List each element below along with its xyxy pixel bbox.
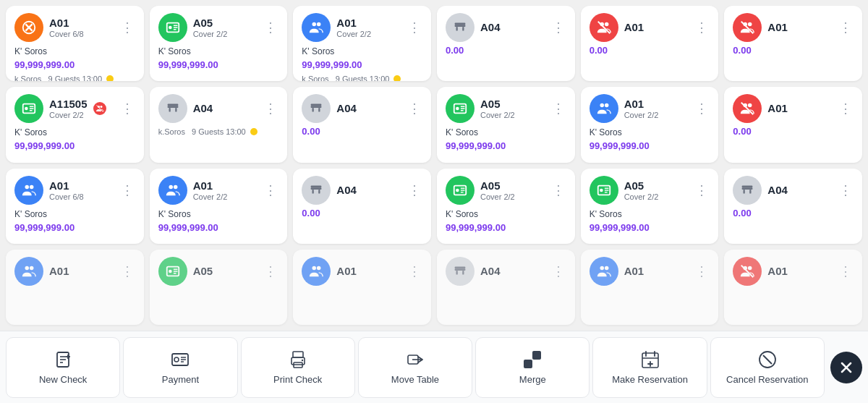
table-card[interactable]: A05 Cover 2/2 ⋮ K' Soros 99,999,999.00 (581, 169, 719, 244)
payment-label: Payment (162, 374, 199, 385)
table-card[interactable]: A04 ⋮ k.Soros 9 Guests 13:00 (150, 87, 288, 162)
more-options-button[interactable]: ⋮ (263, 20, 278, 35)
more-options-button[interactable]: ⋮ (263, 182, 278, 198)
print-check-label: Print Check (273, 374, 322, 385)
more-options-button[interactable]: ⋮ (838, 263, 854, 279)
card-header: A05 ⋮ (158, 257, 279, 286)
table-name: A04 (336, 102, 357, 115)
table-info: A01 (767, 265, 788, 278)
more-options-button[interactable]: ⋮ (263, 101, 278, 116)
more-options-button[interactable]: ⋮ (838, 101, 854, 116)
card-header: A05 Cover 2/2 ⋮ (446, 94, 566, 123)
table-card[interactable]: A05 Cover 2/2 ⋮ K' Soros 99,999,999.00 (437, 87, 575, 162)
table-card[interactable]: A05 Cover 2/2 ⋮ K' Soros 99,999,999.00 (437, 169, 575, 244)
table-name: A01 (49, 179, 84, 192)
table-grid: A01 Cover 6/8 ⋮ K' Soros 99,999,999.00 k… (0, 0, 868, 331)
new-check-label: New Check (39, 374, 87, 385)
print-check-button[interactable]: Print Check (241, 337, 355, 398)
table-icon (14, 176, 43, 205)
move-table-label: Move Table (391, 374, 439, 385)
more-options-button[interactable]: ⋮ (119, 20, 135, 35)
table-icon (733, 94, 762, 123)
more-options-button[interactable]: ⋮ (550, 263, 566, 279)
table-icon (590, 94, 618, 123)
more-options-button[interactable]: ⋮ (838, 20, 854, 35)
more-options-button[interactable]: ⋮ (694, 20, 710, 35)
table-card[interactable]: A05 Cover 2/2 ⋮ K' Soros 99,999,999.00 (150, 6, 288, 81)
card-header: A01 ⋮ (14, 257, 135, 286)
table-icon (302, 94, 331, 123)
table-card[interactable]: A01 Cover 6/8 ⋮ K' Soros 99,999,999.00 (6, 169, 144, 244)
table-card[interactable]: A04 ⋮ 0.00 (724, 169, 862, 244)
table-card[interactable]: A04 ⋮ 0.00 (437, 6, 575, 81)
table-info: A04 (193, 102, 213, 115)
amount: 0.00 (446, 45, 566, 56)
move-table-button[interactable]: Move Table (358, 337, 472, 398)
cancel-reservation-button[interactable]: Cancel Reservation (710, 337, 825, 398)
table-info: A04 (767, 184, 788, 197)
more-options-button[interactable]: ⋮ (119, 101, 135, 116)
more-options-button[interactable]: ⋮ (550, 182, 566, 198)
more-options-button[interactable]: ⋮ (550, 20, 566, 35)
more-options-button[interactable]: ⋮ (407, 263, 422, 279)
card-header-left: A05 Cover 2/2 (446, 94, 515, 123)
merge-button[interactable]: Merge (475, 337, 590, 398)
table-name: A05 (193, 17, 228, 30)
table-card[interactable]: A01 Cover 6/8 ⋮ K' Soros 99,999,999.00 k… (6, 6, 144, 81)
table-card[interactable]: A04 ⋮ 0.00 (293, 87, 431, 162)
table-card[interactable]: A05 ⋮ (150, 250, 288, 325)
more-options-button[interactable]: ⋮ (407, 20, 422, 35)
card-header: A04 ⋮ (158, 94, 279, 123)
table-icon (302, 176, 331, 205)
more-options-button[interactable]: ⋮ (694, 263, 710, 279)
amount: 99,999,999.00 (302, 59, 422, 70)
card-header-left: A04 (733, 176, 788, 205)
more-options-button[interactable]: ⋮ (694, 182, 710, 198)
table-info: A04 (480, 265, 501, 278)
table-card[interactable]: A01 ⋮ (293, 250, 431, 325)
table-card[interactable]: A01 ⋮ (6, 250, 144, 325)
table-name: A05 (624, 179, 659, 192)
status-dot (250, 128, 258, 135)
close-button[interactable] (830, 352, 862, 383)
table-cover: Cover 2/2 (193, 192, 228, 201)
card-header: A11505 Cover 2/2 ⋮ (14, 94, 135, 123)
table-info: A05 (193, 265, 213, 278)
table-card[interactable]: A11505 Cover 2/2 ⋮ K' Soros 99,999,999.0… (6, 87, 144, 162)
table-card[interactable]: A01 ⋮ 0.00 (581, 6, 719, 81)
new-check-button[interactable]: New Check (6, 337, 120, 398)
payment-button[interactable]: Payment (123, 337, 237, 398)
more-options-button[interactable]: ⋮ (838, 182, 854, 198)
customer-name: K' Soros (14, 209, 135, 219)
table-card[interactable]: A01 ⋮ (724, 250, 862, 325)
table-card[interactable]: A01 Cover 2/2 ⋮ K' Soros 99,999,999.00 (581, 87, 719, 162)
table-card[interactable]: A01 ⋮ 0.00 (724, 87, 862, 162)
card-header-left: A01 Cover 6/8 (14, 13, 84, 42)
more-options-button[interactable]: ⋮ (119, 182, 135, 198)
more-options-button[interactable]: ⋮ (263, 263, 278, 279)
table-card[interactable]: A04 ⋮ 0.00 (293, 169, 431, 244)
more-options-button[interactable]: ⋮ (407, 182, 422, 198)
card-header-left: A05 Cover 2/2 (590, 176, 659, 205)
amount: 0.00 (733, 126, 854, 137)
table-card[interactable]: A01 ⋮ (581, 250, 719, 325)
table-icon (590, 13, 618, 42)
more-options-button[interactable]: ⋮ (694, 101, 710, 116)
table-name: A11505 (49, 98, 88, 111)
card-header: A01 ⋮ (733, 94, 854, 123)
table-card[interactable]: A04 ⋮ (437, 250, 575, 325)
table-card[interactable]: A01 ⋮ 0.00 (724, 6, 862, 81)
more-options-button[interactable]: ⋮ (550, 101, 566, 116)
table-card[interactable]: A01 Cover 2/2 ⋮ K' Soros 99,999,999.00 (150, 169, 288, 244)
svg-rect-34 (524, 360, 532, 368)
more-options-button[interactable]: ⋮ (407, 101, 422, 116)
table-card[interactable]: A01 Cover 2/2 ⋮ K' Soros 99,999,999.00 k… (293, 6, 431, 81)
table-icon (446, 94, 475, 123)
card-header-left: A01 (590, 257, 644, 286)
card-header-left: A04 (302, 176, 357, 205)
more-options-button[interactable]: ⋮ (119, 263, 135, 279)
table-info: A01 (624, 21, 644, 34)
card-header-left: A05 Cover 2/2 (158, 13, 228, 42)
cancel-reservation-label: Cancel Reservation (726, 374, 808, 385)
make-reservation-button[interactable]: Make Reservation (592, 337, 707, 398)
